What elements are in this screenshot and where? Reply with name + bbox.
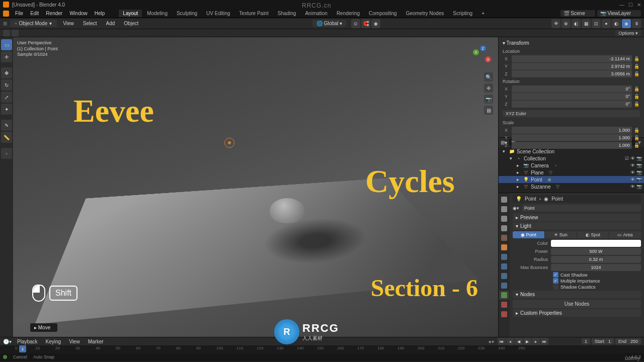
transform-tool[interactable]: ✦: [1, 104, 12, 115]
light-type-sun[interactable]: ☀ Sun: [545, 231, 577, 238]
next-key-icon[interactable]: ▸: [532, 338, 540, 345]
tab-object[interactable]: [499, 243, 509, 252]
viewlayer-selector[interactable]: 📷 ViewLayer: [597, 10, 641, 17]
scene-selector[interactable]: 🎬 Scene: [560, 10, 595, 17]
xray-icon[interactable]: ▦: [582, 19, 591, 28]
pan-icon[interactable]: ✥: [484, 83, 493, 93]
blender-icon[interactable]: [3, 11, 9, 17]
tab-constraints[interactable]: [499, 281, 509, 290]
tab-scene[interactable]: [499, 224, 509, 233]
outliner-point[interactable]: ▸💡Point◉👁📷: [499, 176, 644, 183]
tab-layout[interactable]: Layout: [119, 10, 142, 17]
options-dropdown[interactable]: Options ▾: [615, 30, 641, 36]
overlay-toggle-icon[interactable]: ◐: [572, 19, 581, 28]
lock-icon[interactable]: 🔓: [634, 71, 640, 76]
cursor-tool-icon[interactable]: [12, 30, 19, 37]
orientation-selector[interactable]: 🌐 Global ▾: [312, 20, 346, 27]
custom-props-header[interactable]: ▸ Custom Properties: [513, 309, 641, 317]
tab-animation[interactable]: Animation: [301, 10, 331, 17]
loc-y[interactable]: 2.9742 m: [512, 63, 632, 70]
menu-add[interactable]: Add: [103, 20, 118, 27]
shading-rendered-icon[interactable]: ◉: [622, 19, 631, 28]
tab-physics[interactable]: [499, 272, 509, 281]
timeline-mode-icon[interactable]: 🕐▾: [3, 339, 12, 344]
transform-header[interactable]: ▾ Transform: [499, 39, 644, 47]
tab-texture[interactable]: [499, 310, 509, 319]
tab-particles[interactable]: [499, 262, 509, 271]
loc-x[interactable]: -2.1144 m: [512, 55, 632, 62]
pivot-icon[interactable]: ⊙: [351, 19, 360, 28]
prev-key-icon[interactable]: ◂: [506, 338, 514, 345]
proportional-icon[interactable]: ◉: [371, 19, 380, 28]
shading-matpreview-icon[interactable]: ◐: [612, 19, 621, 28]
tab-geonodes[interactable]: Geometry Nodes: [402, 10, 448, 17]
lock-icon[interactable]: 🔓: [634, 102, 640, 107]
rotation-mode[interactable]: XYZ Euler: [503, 110, 640, 117]
lock-icon[interactable]: 🔓: [634, 64, 640, 69]
light-type-area[interactable]: ▭ Area: [609, 231, 641, 238]
tab-viewlayer[interactable]: [499, 214, 509, 223]
menu-keying[interactable]: Keying: [43, 338, 64, 345]
measure-tool[interactable]: 📏: [1, 132, 12, 143]
tab-data-light[interactable]: [499, 291, 509, 300]
lock-icon[interactable]: 🔓: [634, 128, 640, 133]
lock-icon[interactable]: 🔓: [634, 86, 640, 92]
zoom-icon[interactable]: 🔍: [484, 72, 493, 81]
light-type-spot[interactable]: ◐ Spot: [577, 231, 609, 238]
lock-icon[interactable]: 🔓: [634, 135, 640, 140]
loc-z[interactable]: 3.0556 m: [512, 70, 632, 77]
select-tool[interactable]: ▭: [1, 39, 12, 50]
perspective-icon[interactable]: ▦: [484, 106, 493, 115]
radius-field[interactable]: 0.32 m: [551, 256, 641, 263]
menu-view-tl[interactable]: View: [66, 338, 83, 345]
tab-modeling[interactable]: Modeling: [143, 10, 172, 17]
menu-playback[interactable]: Playback: [15, 338, 40, 345]
lock-icon[interactable]: 🔓: [634, 56, 640, 61]
menu-object[interactable]: Object: [121, 20, 141, 27]
tab-sculpting[interactable]: Sculpting: [173, 10, 201, 17]
tab-render[interactable]: [499, 195, 509, 204]
light-type-point[interactable]: ◉ Point: [513, 231, 545, 238]
tab-uv[interactable]: UV Editing: [202, 10, 234, 17]
rotate-tool[interactable]: ↻: [1, 79, 12, 90]
menu-marker[interactable]: Marker: [86, 338, 106, 345]
playhead[interactable]: 1: [19, 345, 26, 352]
tab-material[interactable]: [499, 300, 509, 309]
outliner-suzanne[interactable]: ▸▽Suzanne▽👁📷: [499, 183, 644, 190]
move-tool[interactable]: ✥: [1, 67, 12, 78]
light-name-field[interactable]: Point: [522, 205, 641, 212]
scl-x[interactable]: 1.000: [512, 127, 632, 134]
rot-x[interactable]: 0°: [512, 85, 632, 93]
end-frame[interactable]: End 250: [615, 338, 641, 344]
tab-modifiers[interactable]: [499, 252, 509, 261]
axis-y[interactable]: Y: [473, 49, 479, 55]
preview-header[interactable]: ▸ Preview: [513, 214, 641, 221]
lock-icon[interactable]: 🔓: [634, 94, 640, 99]
play-reverse-icon[interactable]: ◀: [515, 338, 523, 345]
nodes-header[interactable]: ▾ Nodes: [513, 291, 641, 298]
add-cube-tool[interactable]: ▫: [1, 148, 12, 159]
current-frame[interactable]: 1: [582, 338, 590, 344]
tab-compositing[interactable]: Compositing: [365, 10, 401, 17]
camera-view-icon[interactable]: 📷: [484, 95, 493, 104]
snap-icon[interactable]: 🧲: [361, 19, 370, 28]
tab-add[interactable]: +: [477, 10, 489, 17]
minimize-icon[interactable]: —: [619, 2, 624, 8]
shadow-caustics-checkbox[interactable]: [553, 284, 558, 290]
annotate-tool[interactable]: ✎: [1, 120, 12, 131]
menu-window[interactable]: Window: [66, 10, 91, 17]
axis-z[interactable]: Z: [480, 45, 486, 51]
tab-texpaint[interactable]: Texture Paint: [235, 10, 272, 17]
lock-icon[interactable]: 🔓: [634, 143, 640, 148]
mode-selector[interactable]: ▫ Object Mode ▾: [10, 20, 57, 27]
select-box-icon[interactable]: [3, 30, 10, 37]
3d-viewport[interactable]: User Perspective (1) Collection | Point …: [13, 37, 498, 337]
axis-x[interactable]: X: [485, 56, 491, 62]
tab-scripting[interactable]: Scripting: [449, 10, 476, 17]
autokey-icon[interactable]: ●▾: [489, 339, 494, 344]
outliner-camera[interactable]: ▸📷Camera▫👁📷: [499, 162, 644, 169]
visibility-icon[interactable]: 👁: [551, 19, 560, 28]
use-nodes-button[interactable]: Use Nodes: [513, 300, 641, 308]
menu-view[interactable]: View: [60, 20, 77, 27]
light-gizmo[interactable]: [224, 138, 234, 148]
